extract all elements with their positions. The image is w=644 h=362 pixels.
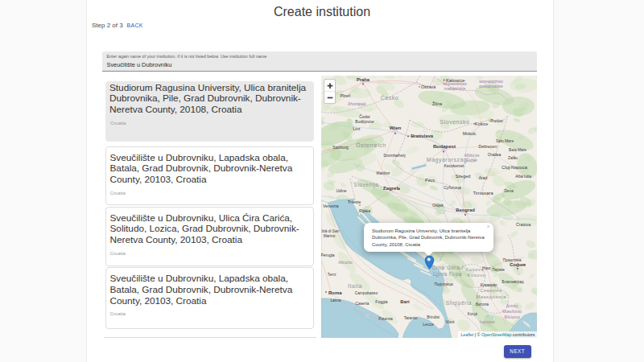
svg-text:Plzeň: Plzeň [341,93,351,98]
svg-text:Budapest: Budapest [433,143,456,149]
svg-text:Rijeka: Rijeka [359,208,370,213]
svg-text:Maribor: Maribor [377,171,390,175]
svg-text:Crna Gora /: Crna Gora / [431,265,463,270]
svg-text:Благоевград: Благоевград [502,280,524,284]
svg-text:Μακεδονία: Μακεδονία [502,309,522,314]
svg-text:Szeged: Szeged [456,174,471,179]
svg-text:Δυτική: Δυτική [506,303,518,308]
svg-text:Ниш: Ниш [482,266,490,270]
svg-text:Vlorë: Vlorë [445,320,455,324]
svg-text:Latina: Latina [330,298,341,302]
svg-text:Praha: Praha [357,77,370,82]
svg-text:Craiova: Craiova [516,222,530,227]
svg-text:Brindisi: Brindisi [427,315,440,319]
svg-text:Kecskemét: Kecskemét [444,163,464,168]
svg-text:Перник: Перник [492,268,506,272]
svg-text:Ostrava: Ostrava [421,84,436,89]
svg-text:Città di San: Città di San [321,229,340,233]
svg-text:Taranto: Taranto [404,315,418,320]
svg-text:Prešov: Prešov [490,118,503,123]
svg-text:Magyarország: Magyarország [427,157,467,163]
svg-text:Deva: Deva [504,189,514,193]
svg-text:Bratislava: Bratislava [411,134,433,138]
svg-text:Alba Iulia: Alba Iulia [515,175,531,179]
svg-text:Miskolc: Miskolc [463,131,477,136]
svg-text:Osijek: Osijek [432,203,444,208]
svg-text:Shqipëria: Shqipëria [446,300,472,306]
svg-text:Trieste: Trieste [348,200,361,204]
svg-text:Terni: Terni [328,273,336,277]
svg-text:Куманово: Куманово [481,282,497,286]
svg-text:České: České [359,114,370,119]
svg-text:Timișoara: Timișoara [473,191,493,195]
svg-text:Φλώρινα: Φλώρινα [504,315,520,319]
svg-text:Česko: Česko [381,94,398,101]
svg-text:Beograd: Beograd [456,208,475,212]
svg-text:Satu Mare: Satu Mare [496,139,514,143]
svg-text:Potenza: Potenza [378,317,393,321]
svg-text:Jihozápad: Jihozápad [348,101,366,106]
svg-text:Македонија: Македонија [476,294,506,299]
svg-text:Ιωάννινα: Ιωάννινα [480,319,495,324]
svg-text:Linz: Linz [353,126,361,131]
svg-text:Битола: Битола [476,302,489,306]
svg-text:małopolskie: małopolskie [444,86,466,91]
svg-text:Debrecen: Debrecen [479,144,497,149]
svg-text:Zagreb: Zagreb [383,185,400,191]
svg-text:Подгорица: Подгорица [435,282,453,286]
svg-text:Pécs: Pécs [425,178,435,183]
svg-text:Abruzzo: Abruzzo [338,261,353,265]
svg-text:Marino: Marino [324,234,336,238]
svg-text:Perugia: Perugia [321,253,335,257]
svg-text:Venezia: Venezia [323,204,340,208]
svg-text:Žilina: Žilina [432,101,442,106]
svg-text:Italia: Italia [348,283,362,289]
svg-text:Budějovice: Budějovice [355,120,374,124]
svg-text:Campobasso: Campobasso [355,291,378,295]
svg-text:Zalău: Zalău [508,156,518,160]
svg-text:Caserta: Caserta [356,302,369,306]
svg-text:Udine: Udine [336,188,346,193]
svg-text:Bari: Bari [400,299,410,304]
svg-text:София: София [510,262,526,267]
svg-text:Arad: Arad [479,175,488,180]
svg-text:Košice: Košice [475,121,489,126]
svg-text:Katowice: Katowice [446,78,465,83]
svg-text:Foggia: Foggia [375,299,388,304]
svg-text:Lecce: Lecce [423,322,434,327]
svg-text:Oradea: Oradea [488,152,502,157]
svg-text:Korçë: Korçë [468,312,478,316]
svg-text:Црна Гора: Црна Гора [433,271,462,278]
svg-text:Суботица: Суботица [444,186,461,190]
svg-text:Slovensko: Slovensko [440,119,470,125]
svg-text:Baia Mare: Baia Mare [509,148,526,152]
svg-text:Slovenija: Slovenija [354,182,379,188]
svg-text:Северна: Северна [480,288,502,293]
svg-text:podkarpackie: podkarpackie [479,84,503,88]
svg-text:Észak: Észak [466,158,477,162]
svg-text:Szombathely: Szombathely [383,154,406,158]
svg-text:Salzburg: Salzburg [332,145,349,150]
svg-text:Roma: Roma [328,290,342,295]
svg-text:Österreich: Österreich [356,142,386,148]
svg-text:Wien: Wien [390,125,402,130]
svg-text:Cluj-Napoca: Cluj-Napoca [502,165,528,170]
svg-text:Kosovo: Kosovo [467,273,485,278]
